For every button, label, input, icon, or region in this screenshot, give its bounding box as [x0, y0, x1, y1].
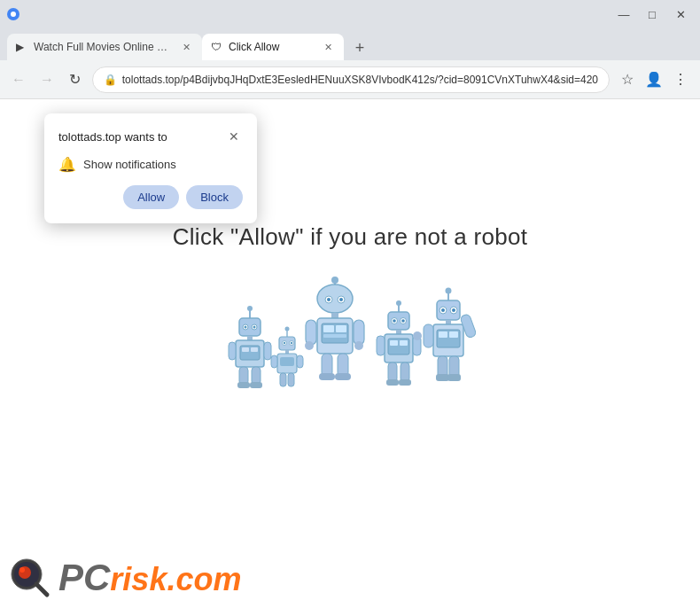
forward-button[interactable]: →: [35, 67, 58, 92]
svg-rect-53: [319, 373, 335, 380]
main-text: Click "Allow" if you are not a robot: [173, 223, 528, 251]
popup-title: tolottads.top wants to: [58, 130, 167, 144]
svg-rect-29: [280, 357, 294, 366]
svg-rect-48: [354, 320, 364, 345]
page-content: tolottads.top wants to ✕ 🔔 Show notifica…: [0, 99, 700, 608]
svg-point-26: [291, 341, 292, 343]
svg-rect-44: [323, 325, 334, 332]
tab1-favicon: ▶: [16, 41, 28, 53]
svg-point-95: [19, 567, 25, 573]
svg-rect-31: [297, 355, 303, 368]
svg-rect-54: [335, 373, 351, 380]
svg-point-21: [285, 326, 290, 331]
svg-rect-19: [250, 382, 262, 388]
pc-italic: PC: [58, 557, 110, 598]
svg-rect-66: [400, 340, 408, 346]
svg-point-75: [446, 287, 452, 293]
notification-popup: tolottads.top wants to ✕ 🔔 Show notifica…: [44, 113, 257, 223]
svg-rect-72: [386, 379, 399, 386]
svg-rect-73: [399, 379, 411, 386]
menu-button[interactable]: ⋮: [668, 67, 693, 92]
tab2-label: Click Allow: [229, 41, 315, 53]
popup-header: tolottads.top wants to ✕: [58, 128, 243, 145]
svg-rect-47: [306, 320, 316, 345]
tab-watch-movies[interactable]: ▶ Watch Full Movies Online Free ... ✕: [7, 34, 202, 60]
pcrisk-pc-text: PCrisk.com: [58, 559, 241, 596]
svg-rect-41: [331, 313, 338, 318]
tab2-favicon: 🛡: [211, 41, 223, 53]
address-text: tolottads.top/p4BdijvbqJHqDxtE3EesledHEN…: [122, 74, 598, 86]
tab1-close[interactable]: ✕: [179, 40, 193, 54]
svg-rect-32: [280, 373, 286, 386]
svg-point-49: [305, 341, 314, 350]
reload-button[interactable]: ↻: [64, 67, 87, 92]
svg-rect-84: [439, 331, 447, 338]
svg-point-36: [317, 285, 353, 313]
close-button[interactable]: ✕: [668, 5, 693, 23]
svg-rect-46: [323, 334, 346, 338]
svg-rect-70: [388, 362, 397, 382]
block-button[interactable]: Block: [186, 185, 243, 209]
svg-rect-13: [251, 347, 258, 352]
svg-rect-86: [424, 324, 433, 347]
svg-point-80: [452, 308, 455, 312]
risk-text: risk.com: [110, 561, 241, 597]
toolbar: ← → ↻ 🔒 tolottads.top/p4BdijvbqJHqDxtE3E…: [0, 60, 700, 99]
chrome-icon: [7, 8, 19, 20]
svg-rect-45: [336, 325, 346, 332]
svg-point-35: [331, 277, 338, 284]
svg-rect-65: [390, 340, 398, 346]
pcrisk-logo-text: PCrisk.com: [58, 559, 241, 596]
tab2-close[interactable]: ✕: [321, 40, 335, 54]
svg-point-56: [396, 300, 401, 306]
svg-point-61: [401, 319, 405, 323]
allow-button[interactable]: Allow: [123, 185, 179, 209]
svg-point-69: [413, 331, 422, 340]
svg-point-50: [354, 341, 363, 350]
svg-point-40: [339, 298, 343, 301]
new-tab-button[interactable]: +: [347, 35, 372, 60]
svg-point-39: [327, 298, 331, 301]
lock-icon: 🔒: [104, 74, 117, 86]
window-controls: — □ ✕: [611, 5, 693, 23]
svg-rect-91: [447, 374, 461, 381]
pcrisk-icon: [9, 557, 51, 599]
svg-point-79: [441, 308, 445, 312]
profile-button[interactable]: 👤: [642, 67, 666, 92]
svg-point-7: [245, 325, 247, 328]
svg-rect-12: [242, 347, 249, 352]
maximize-button[interactable]: □: [640, 5, 665, 23]
svg-rect-14: [229, 342, 236, 360]
svg-point-1: [11, 12, 16, 17]
svg-rect-30: [271, 355, 277, 368]
popup-permission: 🔔 Show notifications: [58, 156, 243, 173]
tab1-label: Watch Full Movies Online Free ...: [34, 41, 174, 53]
svg-rect-71: [401, 362, 409, 382]
svg-rect-27: [285, 350, 289, 354]
popup-buttons: Allow Block: [58, 185, 243, 209]
robots-illustration: [222, 272, 478, 414]
svg-rect-15: [264, 342, 271, 360]
watermark: PCrisk.com: [9, 557, 241, 599]
title-bar: — □ ✕: [0, 0, 700, 28]
popup-close-button[interactable]: ✕: [225, 128, 243, 145]
svg-point-8: [253, 325, 256, 328]
svg-rect-90: [436, 374, 449, 381]
robots-svg: [222, 272, 478, 414]
svg-line-96: [36, 584, 47, 595]
svg-rect-33: [288, 373, 294, 386]
address-bar[interactable]: 🔒 tolottads.top/p4BdijvbqJHqDxtE3EesledH…: [92, 66, 610, 93]
svg-rect-85: [449, 331, 458, 338]
back-button[interactable]: ←: [7, 67, 30, 92]
bell-icon: 🔔: [58, 156, 76, 173]
tab-click-allow[interactable]: 🛡 Click Allow ✕: [202, 34, 344, 60]
svg-point-25: [284, 341, 285, 343]
svg-point-60: [393, 319, 396, 323]
permission-text: Show notifications: [83, 158, 176, 171]
bookmark-button[interactable]: ☆: [615, 67, 640, 92]
svg-point-3: [247, 306, 253, 311]
toolbar-actions: ☆ 👤 ⋮: [615, 67, 693, 92]
svg-rect-67: [377, 336, 385, 355]
minimize-button[interactable]: —: [611, 5, 636, 23]
svg-rect-18: [237, 382, 250, 388]
